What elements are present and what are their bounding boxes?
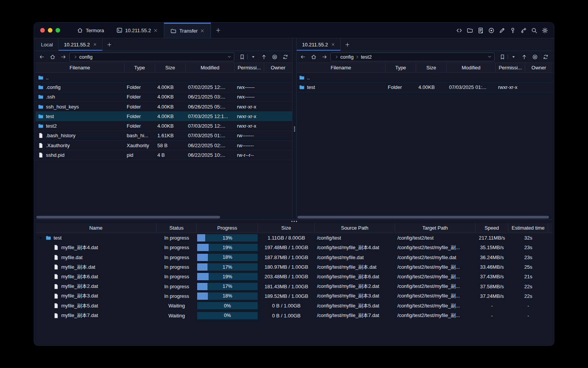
file-row[interactable]: .XauthorityXauthority58 B06/22/2025 02:.… bbox=[36, 141, 292, 150]
column-header-type[interactable]: Type bbox=[385, 63, 416, 72]
upload-button[interactable] bbox=[259, 53, 268, 61]
path-dropdown-icon[interactable] bbox=[227, 54, 232, 59]
column-header-estimated-time[interactable]: Estimated time bbox=[508, 223, 548, 233]
tab-close-icon[interactable] bbox=[200, 29, 204, 33]
column-header-permissi[interactable]: Permissi... bbox=[235, 63, 264, 72]
expand-chevron-icon[interactable] bbox=[38, 236, 43, 240]
tab-termora[interactable]: Termora bbox=[71, 23, 110, 38]
folder-outline-button[interactable] bbox=[466, 27, 474, 34]
home-button[interactable] bbox=[48, 53, 57, 61]
horizontal-splitter[interactable] bbox=[36, 219, 552, 223]
transfer-row[interactable]: myfile_副本2.datIn progress17%181.43MB / 1… bbox=[36, 281, 552, 291]
log-button[interactable] bbox=[477, 27, 484, 34]
column-header-owner[interactable]: Owner bbox=[264, 63, 292, 72]
transfer-row[interactable]: testIn progress13%1.11GB / 8.00GB/config… bbox=[36, 233, 552, 243]
column-header-progress[interactable]: Progress bbox=[197, 223, 258, 233]
file-row[interactable]: sshd.pidpid4 B06/22/2025 10:...rw-r--r-- bbox=[36, 150, 292, 160]
file-row[interactable]: testFolder4.00KB07/03/2025 12:1...rwxr-x… bbox=[36, 112, 292, 121]
column-header-target-path[interactable]: Target Path bbox=[395, 223, 475, 233]
right-pane-new-tab-button[interactable] bbox=[341, 38, 354, 51]
column-header-owner[interactable]: Owner bbox=[525, 63, 552, 72]
record-button[interactable] bbox=[488, 27, 495, 34]
column-header-modified[interactable]: Modified bbox=[447, 63, 496, 72]
left-pane-tab-local[interactable]: Local bbox=[36, 38, 59, 51]
tab-10-211-55-2[interactable]: 10.211.55.2 bbox=[110, 23, 164, 38]
back-button[interactable] bbox=[298, 53, 307, 61]
column-header-source-path[interactable]: Source Path bbox=[315, 223, 395, 233]
column-header-filename[interactable]: Filename bbox=[36, 63, 124, 72]
upload-button[interactable] bbox=[519, 53, 529, 61]
key-button[interactable] bbox=[509, 27, 516, 34]
breadcrumb-segment[interactable]: config bbox=[340, 54, 354, 60]
column-header-type[interactable]: Type bbox=[124, 63, 155, 72]
transfer-row[interactable]: myfile.datIn progress18%187.87MB / 1.00G… bbox=[36, 253, 552, 262]
column-header-modified[interactable]: Modified bbox=[186, 63, 235, 72]
left-pane-tab-10-211-55-2[interactable]: 10.211.55.2 bbox=[59, 38, 103, 51]
new-window-tab-button[interactable] bbox=[211, 23, 225, 38]
progress-label: 18% bbox=[197, 292, 258, 300]
left-pane-new-tab-button[interactable] bbox=[103, 38, 116, 51]
bookmark-menu-button[interactable] bbox=[248, 53, 258, 61]
pane-tab-close-icon[interactable] bbox=[331, 43, 335, 46]
folder-icon bbox=[38, 75, 44, 80]
file-row[interactable]: .bash_historybash_hi...1.61KB07/03/2025 … bbox=[36, 131, 292, 141]
column-header-status[interactable]: Status bbox=[157, 223, 197, 233]
show-hidden-button[interactable] bbox=[530, 53, 539, 61]
breadcrumb-segment[interactable]: config bbox=[79, 54, 93, 60]
back-button[interactable] bbox=[37, 53, 46, 61]
right-pane-tab-10-211-55-2[interactable]: 10.211.55.2 bbox=[297, 38, 341, 51]
scrollbar-thumb[interactable] bbox=[297, 216, 549, 219]
refresh-button[interactable] bbox=[281, 53, 290, 61]
file-row[interactable]: .. bbox=[36, 73, 292, 82]
transfer-row[interactable]: myfile_副本4.datIn progress19%197.48MB / 1… bbox=[36, 243, 552, 252]
breadcrumb-segment[interactable]: test2 bbox=[361, 54, 372, 60]
column-header-filename[interactable]: Filename bbox=[297, 63, 385, 72]
column-header-size[interactable]: Size bbox=[416, 63, 447, 72]
home-button[interactable] bbox=[309, 53, 318, 61]
transfer-row[interactable]: myfile_副本6.datIn progress19%203.48MB / 1… bbox=[36, 272, 552, 281]
transfer-row[interactable]: myfile_副本.datIn progress17%180.97MB / 1.… bbox=[36, 262, 552, 272]
branch-button[interactable] bbox=[520, 27, 527, 34]
file-row[interactable]: .configFolder4.00KB07/02/2025 12:...rwx-… bbox=[36, 82, 292, 92]
size-cell: 58 B bbox=[155, 143, 186, 148]
pencil-button[interactable] bbox=[498, 27, 506, 34]
window-zoom-button[interactable] bbox=[56, 28, 60, 33]
search-button[interactable] bbox=[531, 27, 538, 34]
window-minimize-button[interactable] bbox=[48, 28, 52, 33]
column-header-size[interactable]: Size bbox=[258, 223, 315, 233]
column-header-speed[interactable]: Speed bbox=[475, 223, 508, 233]
transfer-row[interactable]: myfile_副本3.datIn progress18%189.52MB / 1… bbox=[36, 291, 552, 301]
target-path-cell: /config/test2/test/myfile_副... bbox=[395, 264, 475, 271]
forward-button[interactable] bbox=[320, 53, 329, 61]
forward-button[interactable] bbox=[59, 53, 68, 61]
gear-button[interactable] bbox=[541, 27, 549, 34]
path-dropdown-icon[interactable] bbox=[487, 54, 492, 59]
file-row[interactable]: testFolder4.00KB07/03/2025 01:...rwxr-xr… bbox=[297, 82, 552, 92]
bookmark-button[interactable] bbox=[498, 53, 507, 61]
file-row[interactable]: .sshFolder4.00KB06/21/2025 03:...rwx----… bbox=[36, 92, 292, 102]
code-button[interactable] bbox=[456, 27, 463, 34]
source-path-cell: /config/test/myfile_副本6.dat bbox=[315, 273, 395, 280]
bookmark-menu-button[interactable] bbox=[509, 53, 518, 61]
column-header-permissi[interactable]: Permissi... bbox=[496, 63, 525, 72]
file-row[interactable]: ssh_host_keysFolder4.00KB06/26/2025 05:.… bbox=[36, 102, 292, 112]
column-header-size[interactable]: Size bbox=[155, 63, 186, 72]
transfer-row[interactable]: myfile_副本7.datWaiting0%0 B / 1.00GB/conf… bbox=[36, 310, 552, 320]
file-row[interactable]: .. bbox=[297, 73, 552, 82]
vertical-splitter[interactable] bbox=[292, 38, 297, 219]
right-horizontal-scrollbar[interactable] bbox=[297, 216, 552, 219]
tab-transfer[interactable]: Transfer bbox=[164, 23, 211, 38]
refresh-button[interactable] bbox=[541, 53, 550, 61]
pane-tab-close-icon[interactable] bbox=[93, 43, 97, 46]
file-row[interactable]: test2Folder4.00KB07/03/2025 12:...rwxr-x… bbox=[36, 121, 292, 131]
scrollbar-thumb[interactable] bbox=[36, 216, 220, 219]
column-header-name[interactable]: Name bbox=[36, 223, 157, 233]
window-close-button[interactable] bbox=[40, 28, 45, 33]
right-path-field[interactable]: configtest2 bbox=[330, 53, 495, 61]
left-horizontal-scrollbar[interactable] bbox=[36, 216, 291, 219]
tab-close-icon[interactable] bbox=[154, 28, 158, 33]
left-path-field[interactable]: config bbox=[69, 53, 234, 61]
transfer-row[interactable]: myfile_副本5.datWaiting0%0 B / 1.00GB/conf… bbox=[36, 301, 552, 310]
show-hidden-button[interactable] bbox=[270, 53, 279, 61]
bookmark-button[interactable] bbox=[237, 53, 247, 61]
